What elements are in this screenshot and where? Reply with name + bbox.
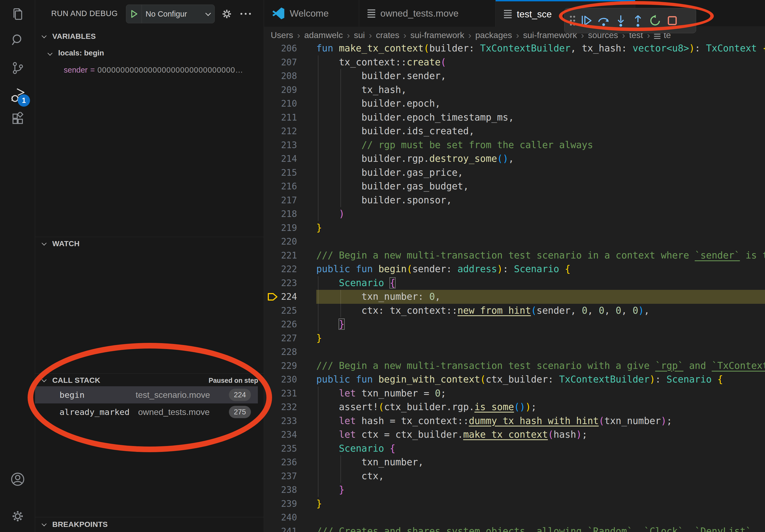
execution-pointer-icon[interactable]	[264, 290, 279, 304]
code-line[interactable]: 220	[264, 235, 765, 249]
code-line[interactable]: 226 }	[264, 317, 765, 331]
code-line[interactable]: 207 tx_context::create(	[264, 56, 765, 69]
line-number[interactable]: 226	[279, 317, 297, 331]
breadcrumb-item[interactable]: crates	[376, 30, 399, 40]
line-number[interactable]: 233	[279, 414, 297, 428]
line-number[interactable]: 227	[279, 331, 297, 345]
breadcrumb-item[interactable]: adamwelc	[304, 30, 343, 40]
search-icon[interactable]	[0, 33, 35, 48]
stop-button[interactable]	[664, 12, 681, 29]
tab-welcome[interactable]: Welcome	[264, 0, 359, 27]
line-number[interactable]: 220	[279, 235, 297, 249]
line-number[interactable]: 237	[279, 469, 297, 483]
line-number[interactable]: 230	[279, 373, 297, 387]
line-number[interactable]: 222	[279, 262, 297, 276]
breadcrumb-item[interactable]: Users	[271, 30, 293, 40]
code-line[interactable]: 221/// Begin a new multi-transaction tes…	[264, 249, 765, 263]
extensions-icon[interactable]	[0, 112, 35, 127]
code-line[interactable]: 241/// Creates and shares system objects…	[264, 524, 765, 532]
breakpoints-section-header[interactable]: BREAKPOINTS	[35, 518, 264, 531]
line-number[interactable]: 210	[279, 97, 297, 111]
step-over-button[interactable]	[595, 12, 612, 29]
line-number[interactable]: 232	[279, 400, 297, 414]
code-line[interactable]: 224 txn_number: 0,	[264, 290, 765, 304]
account-icon[interactable]	[0, 471, 35, 487]
line-number[interactable]: 221	[279, 249, 297, 263]
line-number[interactable]: 213	[279, 138, 297, 152]
settings-gear-icon[interactable]	[0, 508, 35, 524]
variable-row[interactable]: sender = 000000000000000000000000000000…	[35, 63, 264, 77]
line-number[interactable]: 217	[279, 193, 297, 207]
start-debug-icon[interactable]	[126, 5, 142, 23]
line-number[interactable]: 216	[279, 179, 297, 193]
breadcrumb-item[interactable]: packages	[475, 30, 512, 40]
code-line[interactable]: 208 builder.sender,	[264, 69, 765, 83]
variables-section-header[interactable]: VARIABLES	[35, 30, 264, 43]
code-line[interactable]: 209 tx_hash,	[264, 83, 765, 97]
code-line[interactable]: 239}	[264, 497, 765, 511]
watch-section-header[interactable]: WATCH	[35, 237, 264, 250]
line-number[interactable]: 212	[279, 124, 297, 138]
more-actions-icon[interactable]	[241, 13, 251, 15]
debug-settings-gear-icon[interactable]	[220, 7, 234, 22]
continue-button[interactable]	[578, 12, 595, 29]
restart-button[interactable]	[646, 12, 664, 29]
code-line[interactable]: 238 }	[264, 483, 765, 497]
code-line[interactable]: 219}	[264, 221, 765, 235]
code-line[interactable]: 240	[264, 511, 765, 524]
line-number[interactable]: 228	[279, 345, 297, 359]
line-number[interactable]: 231	[279, 387, 297, 400]
code-line[interactable]: 217 builder.sponsor,	[264, 193, 765, 207]
line-number[interactable]: 240	[279, 511, 297, 524]
variables-scope-row[interactable]: locals: begin	[35, 46, 264, 60]
code-line[interactable]: 237 ctx,	[264, 469, 765, 483]
code-line[interactable]: 215 builder.gas_price,	[264, 166, 765, 180]
code-line[interactable]: 231 let txn_number = 0;	[264, 387, 765, 400]
code-line[interactable]: 210 builder.epoch,	[264, 97, 765, 111]
breadcrumb-item[interactable]: sui	[354, 30, 365, 40]
code-line[interactable]: 228	[264, 345, 765, 359]
code-line[interactable]: 235 Scenario {	[264, 442, 765, 456]
toolbar-drag-grip[interactable]	[567, 12, 578, 29]
code-line[interactable]: 222public fun begin(sender: address): Sc…	[264, 262, 765, 276]
line-number[interactable]: 225	[279, 304, 297, 318]
code-line[interactable]: 214 builder.rgp.destroy_some(),	[264, 152, 765, 166]
code-line[interactable]: 236 txn_number,	[264, 455, 765, 469]
breadcrumb-item[interactable]: sui-framework	[410, 30, 464, 40]
line-number[interactable]: 219	[279, 221, 297, 235]
code-line[interactable]: 216 builder.gas_budget,	[264, 179, 765, 193]
explorer-icon[interactable]	[0, 6, 35, 21]
source-control-icon[interactable]	[0, 61, 35, 76]
call-stack-frame[interactable]: already_markedowned_tests.move275	[35, 403, 258, 420]
line-number[interactable]: 211	[279, 111, 297, 125]
code-line[interactable]: 234 let ctx = ctx_builder.make_tx_contex…	[264, 428, 765, 442]
line-number[interactable]: 209	[279, 83, 297, 97]
line-number[interactable]: 218	[279, 207, 297, 221]
code-line[interactable]: 227}	[264, 331, 765, 345]
line-number[interactable]: 223	[279, 276, 297, 290]
line-number[interactable]: 234	[279, 428, 297, 442]
call-stack-frame[interactable]: begintest_scenario.move224	[35, 386, 258, 403]
code-line[interactable]: 230public fun begin_with_context(ctx_bui…	[264, 373, 765, 387]
line-number[interactable]: 214	[279, 152, 297, 166]
code-line[interactable]: 211 builder.epoch_timestamp_ms,	[264, 111, 765, 125]
step-out-button[interactable]	[629, 12, 646, 29]
line-number[interactable]: 239	[279, 497, 297, 511]
code-line[interactable]: 218 )	[264, 207, 765, 221]
code-line[interactable]: 225 ctx: tx_context::new_from_hint(sende…	[264, 304, 765, 318]
code-line[interactable]: 223 Scenario {	[264, 276, 765, 290]
line-number[interactable]: 229	[279, 359, 297, 373]
launch-configuration-dropdown[interactable]: No Configur	[126, 5, 215, 23]
call-stack-section-header[interactable]: CALL STACK Paused on step	[35, 374, 264, 387]
code-editor[interactable]: 206fun make_tx_context(builder: TxContex…	[264, 42, 765, 532]
line-number[interactable]: 241	[279, 524, 297, 532]
line-number[interactable]: 207	[279, 56, 297, 69]
code-line[interactable]: 213 // rgp must be set from the caller a…	[264, 138, 765, 152]
code-line[interactable]: 232 assert!(ctx_builder.rgp.is_some());	[264, 400, 765, 414]
code-line[interactable]: 229/// Begin a new multi-transaction tes…	[264, 359, 765, 373]
tab-owned-tests-move[interactable]: owned_tests.move	[359, 0, 495, 27]
code-line[interactable]: 212 builder.ids_created,	[264, 124, 765, 138]
line-number[interactable]: 236	[279, 455, 297, 469]
line-number[interactable]: 215	[279, 166, 297, 180]
line-number[interactable]: 235	[279, 442, 297, 456]
